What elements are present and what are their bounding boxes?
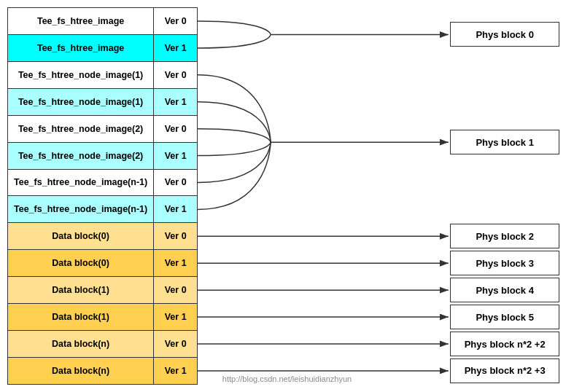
row-name-1: Tee_fs_htree_image: [8, 34, 154, 61]
row-ver-10: Ver 0: [154, 277, 198, 304]
row-name-0: Tee_fs_htree_image: [8, 8, 154, 35]
arrows-area: Phys block 0Phys block 1Phys block 2Phys…: [198, 7, 567, 385]
row-ver-11: Ver 1: [154, 304, 198, 331]
row-ver-2: Ver 0: [154, 61, 198, 88]
table-row: Tee_fs_htree_node_image(1)Ver 0: [8, 61, 198, 88]
main-container: Tee_fs_htree_imageVer 0Tee_fs_htree_imag…: [0, 0, 574, 392]
row-name-7: Tee_fs_htree_node_image(n-1): [8, 196, 154, 223]
phys-block-1: Phys block 1: [450, 130, 559, 154]
row-ver-12: Ver 0: [154, 331, 198, 358]
row-ver-6: Ver 0: [154, 169, 198, 196]
phys-block-3: Phys block 3: [450, 251, 559, 275]
row-ver-1: Ver 1: [154, 34, 198, 61]
row-ver-9: Ver 1: [154, 250, 198, 277]
row-name-8: Data block(0): [8, 223, 154, 250]
row-ver-4: Ver 0: [154, 115, 198, 142]
table-row: Tee_fs_htree_node_image(1)Ver 1: [8, 88, 198, 115]
table-row: Tee_fs_htree_node_image(2)Ver 0: [8, 115, 198, 142]
row-ver-5: Ver 1: [154, 142, 198, 169]
row-name-6: Tee_fs_htree_node_image(n-1): [8, 169, 154, 196]
row-name-5: Tee_fs_htree_node_image(2): [8, 142, 154, 169]
row-name-10: Data block(1): [8, 277, 154, 304]
row-name-4: Tee_fs_htree_node_image(2): [8, 115, 154, 142]
table-row: Data block(1)Ver 0: [8, 277, 198, 304]
table-row: Tee_fs_htree_node_image(n-1)Ver 1: [8, 196, 198, 223]
phys-block-7: Phys block n*2 +3: [450, 358, 559, 383]
row-name-9: Data block(0): [8, 250, 154, 277]
row-name-13: Data block(n): [8, 357, 154, 384]
table-row: Data block(1)Ver 1: [8, 304, 198, 331]
phys-block-2: Phys block 2: [450, 224, 559, 248]
watermark: http://blog.csdn.net/leishuidianzhyun: [222, 375, 352, 383]
left-table: Tee_fs_htree_imageVer 0Tee_fs_htree_imag…: [7, 7, 198, 385]
phys-block-5: Phys block 5: [450, 305, 559, 329]
row-ver-13: Ver 1: [154, 357, 198, 384]
table-row: Data block(0)Ver 1: [8, 250, 198, 277]
phys-block-6: Phys block n*2 +2: [450, 332, 559, 356]
phys-block-0: Phys block 0: [450, 22, 559, 47]
row-name-3: Tee_fs_htree_node_image(1): [8, 88, 154, 115]
table-row: Data block(n)Ver 1: [8, 357, 198, 384]
table-row: Tee_fs_htree_node_image(n-1)Ver 0: [8, 169, 198, 196]
row-ver-0: Ver 0: [154, 8, 198, 35]
row-ver-3: Ver 1: [154, 88, 198, 115]
table-row: Tee_fs_htree_node_image(2)Ver 1: [8, 142, 198, 169]
table-row: Data block(0)Ver 0: [8, 223, 198, 250]
row-name-11: Data block(1): [8, 304, 154, 331]
table-row: Tee_fs_htree_imageVer 0: [8, 8, 198, 35]
row-ver-8: Ver 0: [154, 223, 198, 250]
row-name-2: Tee_fs_htree_node_image(1): [8, 61, 154, 88]
table-row: Tee_fs_htree_imageVer 1: [8, 34, 198, 61]
table-row: Data block(n)Ver 0: [8, 331, 198, 358]
row-ver-7: Ver 1: [154, 196, 198, 223]
row-name-12: Data block(n): [8, 331, 154, 358]
phys-block-4: Phys block 4: [450, 278, 559, 302]
